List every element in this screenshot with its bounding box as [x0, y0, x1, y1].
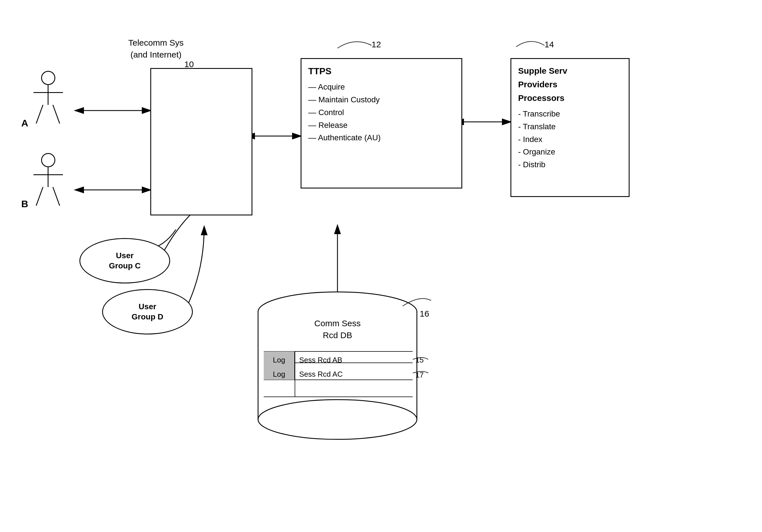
ttps-item-5: — Authenticate (AU) [308, 132, 455, 144]
db-row2-number: 17 [416, 371, 424, 379]
db-row1-number: 15 [416, 356, 424, 365]
person-a-label: A [21, 118, 28, 129]
user-group-d: UserGroup D [102, 289, 193, 334]
person-a [31, 71, 65, 128]
supple-box: Supple ServProvidersProcessors - Transcr… [510, 58, 630, 197]
db-number: 16 [420, 309, 429, 319]
db-row1-data: Sess Rcd AB [295, 352, 413, 368]
person-b [31, 153, 65, 210]
db-row1-log: Log [264, 352, 295, 368]
supple-item-4: - Organize [518, 146, 622, 159]
ttps-item-2: — Maintain Custody [308, 94, 455, 106]
telecomm-box [150, 68, 252, 215]
ttps-content: TTPS — Acquire — Maintain Custody — Cont… [301, 59, 461, 149]
telecomm-number: 10 [184, 59, 194, 69]
diagram-container: A B Telecomm Sys(and Internet) 10 TTPS —… [0, 0, 762, 532]
supple-title: Supple ServProvidersProcessors [518, 64, 622, 105]
db-label: Comm SessRcd DB [303, 317, 371, 341]
ttps-box: TTPS — Acquire — Maintain Custody — Cont… [301, 58, 462, 188]
telecomm-label: Telecomm Sys(and Internet) [111, 37, 201, 61]
user-group-c: UserGroup C [79, 238, 170, 284]
ttps-item-3: — Control [308, 106, 455, 119]
ttps-item-4: — Release [308, 119, 455, 132]
supple-number: 14 [545, 40, 554, 49]
supple-item-3: - Index [518, 133, 622, 146]
person-b-label: B [21, 198, 28, 210]
supple-item-5: - Distrib [518, 159, 622, 171]
ttps-title: TTPS [308, 64, 455, 79]
supple-content: Supple ServProvidersProcessors - Transcr… [511, 59, 629, 176]
db-row2-log: Log [264, 368, 295, 380]
db-row-1: Log Sess Rcd AB [264, 352, 413, 368]
supple-item-2: - Translate [518, 120, 622, 133]
db-row-2: Log Sess Rcd AC [264, 368, 413, 380]
ttps-item-1: — Acquire [308, 81, 455, 94]
ttps-number: 12 [371, 40, 381, 49]
svg-point-12 [258, 400, 417, 439]
db-row2-data: Sess Rcd AC [295, 368, 413, 380]
supple-item-1: - Transcribe [518, 108, 622, 120]
